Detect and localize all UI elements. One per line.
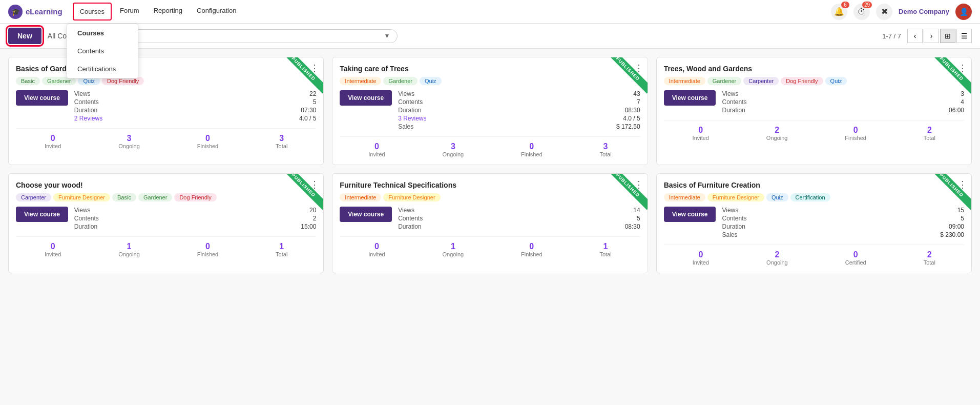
view-course-button-basics-furniture-creation[interactable]: View course [664, 207, 716, 222]
tag-intermediate[interactable]: Intermediate [664, 77, 705, 85]
tag-furniture-designer[interactable]: Furniture Designer [53, 193, 110, 201]
footer-stat-number: 0 [197, 242, 219, 251]
footer-stat: 3Total [599, 142, 611, 157]
settings-icon[interactable]: ✖ [876, 4, 892, 20]
footer-stat: 3Total [276, 134, 287, 149]
tag-quiz[interactable]: Quiz [420, 77, 442, 85]
footer-stat: 1Total [599, 242, 611, 257]
secondary-bar: New All Courses 🔍 ▼ 1-7 / 7 ‹ › ⊞ ☰ [0, 24, 980, 49]
stat-row: Duration08:30 [398, 107, 640, 114]
stat-value: 4.0 / 5 [623, 115, 640, 122]
course-menu-button-furniture-technical[interactable]: ⋮ [634, 179, 643, 190]
prev-page-button[interactable]: ‹ [907, 29, 923, 43]
notification-count: 6 [841, 2, 849, 8]
user-avatar[interactable]: 👤 [955, 4, 972, 20]
stat-row: Duration06:00 [722, 107, 964, 114]
footer-stat-number: 3 [118, 134, 140, 143]
nav-forum[interactable]: Forum [114, 3, 145, 21]
view-course-button-trees-wood-gardens[interactable]: View course [664, 90, 716, 106]
footer-stat-number: 0 [521, 242, 543, 251]
course-card-basics-furniture-creation: PUBLISHED⋮Basics of Furniture CreationIn… [656, 173, 972, 273]
topnav: 🎓 eLearning Courses Forum Reporting Conf… [0, 0, 980, 24]
footer-stat-label: Total [276, 143, 287, 149]
stat-value: 3 [961, 90, 964, 97]
footer-stat-label: Ongoing [118, 143, 140, 149]
dropdown-courses[interactable]: Courses [67, 24, 138, 42]
footer-stat-label: Total [276, 251, 287, 257]
tag-gardener[interactable]: Gardener [138, 193, 172, 201]
stat-value: 15 [957, 207, 964, 214]
tag-intermediate[interactable]: Intermediate [340, 77, 381, 85]
next-page-button[interactable]: › [924, 29, 939, 43]
search-dropdown-button[interactable]: ▼ [384, 32, 390, 39]
nav-reporting[interactable]: Reporting [148, 3, 189, 21]
stat-label: Contents [722, 98, 746, 106]
course-footer-basics-gardening: 0Invited3Ongoing0Finished3Total [16, 128, 316, 149]
course-menu-button-taking-care-trees[interactable]: ⋮ [634, 63, 643, 74]
course-card-basics-gardening: PUBLISHED⋮Basics of GardeningBasicGarden… [8, 57, 324, 165]
nav-configuration[interactable]: Configuration [191, 3, 242, 21]
tag-gardener[interactable]: Gardener [707, 77, 741, 85]
nav-courses[interactable]: Courses [73, 3, 112, 21]
search-input[interactable] [110, 32, 380, 40]
tag-dog-friendly[interactable]: Dog Friendly [174, 193, 216, 201]
footer-stat-number: 0 [693, 126, 709, 135]
course-stats-basics-gardening: Views22Contents5Duration07:302 Reviews4.… [74, 90, 317, 123]
activity-badge[interactable]: ⏱ 29 [853, 4, 870, 20]
tag-furniture-designer[interactable]: Furniture Designer [383, 193, 440, 201]
dropdown-certifications[interactable]: Certifications [67, 60, 138, 78]
footer-stat-label: Finished [521, 151, 543, 157]
list-view-button[interactable]: ☰ [956, 29, 972, 43]
view-course-button-choose-your-wood[interactable]: View course [16, 207, 68, 222]
stat-value: 09:00 [949, 223, 964, 230]
dropdown-contents[interactable]: Contents [67, 42, 138, 60]
grid-view-button[interactable]: ⊞ [940, 29, 955, 43]
stat-label: Contents [398, 98, 423, 106]
course-tags-trees-wood-gardens: IntermediateGardenerCarpenterDog Friendl… [664, 77, 964, 85]
stat-label[interactable]: 2 Reviews [74, 115, 102, 122]
course-card-taking-care-trees: PUBLISHED⋮Taking care of TreesIntermedia… [332, 57, 648, 165]
stat-value: 5 [637, 215, 640, 222]
stat-value: 07:30 [301, 107, 316, 114]
new-button[interactable]: New [8, 28, 41, 44]
tag-quiz[interactable]: Quiz [766, 193, 788, 201]
course-menu-button-basics-gardening[interactable]: ⋮ [310, 63, 319, 74]
tag-basic[interactable]: Basic [16, 77, 40, 85]
footer-stat-number: 2 [766, 126, 788, 135]
tag-intermediate[interactable]: Intermediate [664, 193, 705, 201]
footer-stat-number: 0 [197, 134, 219, 143]
stat-row: Duration09:00 [722, 223, 964, 230]
course-menu-button-basics-furniture-creation[interactable]: ⋮ [958, 179, 967, 190]
stat-label: Sales [722, 231, 737, 238]
stat-row: Views3 [722, 90, 964, 97]
tag-furniture-designer[interactable]: Furniture Designer [707, 193, 764, 201]
tag-quiz[interactable]: Quiz [825, 77, 847, 85]
course-card-choose-your-wood: PUBLISHED⋮Choose your wood!CarpenterFurn… [8, 173, 324, 273]
notification-badge[interactable]: 🔔 6 [831, 4, 847, 20]
footer-stat: 3Ongoing [118, 134, 140, 149]
tag-gardener[interactable]: Gardener [383, 77, 417, 85]
course-body-basics-furniture-creation: View courseViews15Contents5Duration09:00… [664, 207, 964, 239]
footer-stat: 0Finished [197, 134, 219, 149]
tag-carpenter[interactable]: Carpenter [743, 77, 779, 85]
course-title-basics-gardening: Basics of Gardening [16, 65, 316, 73]
tag-intermediate[interactable]: Intermediate [340, 193, 381, 201]
course-menu-button-trees-wood-gardens[interactable]: ⋮ [958, 63, 967, 74]
app-logo[interactable]: 🎓 eLearning [8, 5, 62, 19]
footer-stat-label: Ongoing [443, 251, 464, 257]
tag-dog-friendly[interactable]: Dog Friendly [781, 77, 823, 85]
stat-label[interactable]: 3 Reviews [398, 115, 426, 122]
view-course-button-basics-gardening[interactable]: View course [16, 90, 68, 106]
tag-certification[interactable]: Certification [790, 193, 830, 201]
tag-basic[interactable]: Basic [112, 193, 136, 201]
footer-stat-number: 3 [276, 134, 287, 143]
course-stats-taking-care-trees: Views43Contents7Duration08:303 Reviews4.… [398, 90, 640, 131]
top-menu: Courses Forum Reporting Configuration [73, 3, 831, 21]
view-course-button-taking-care-trees[interactable]: View course [340, 90, 392, 106]
view-course-button-furniture-technical[interactable]: View course [340, 207, 392, 222]
tag-carpenter[interactable]: Carpenter [16, 193, 51, 201]
footer-stat: 0Finished [521, 142, 543, 157]
course-card-furniture-technical: PUBLISHED⋮Furniture Technical Specificat… [332, 173, 648, 273]
course-stats-choose-your-wood: Views20Contents2Duration15:00 [74, 207, 317, 231]
course-menu-button-choose-your-wood[interactable]: ⋮ [310, 179, 319, 190]
